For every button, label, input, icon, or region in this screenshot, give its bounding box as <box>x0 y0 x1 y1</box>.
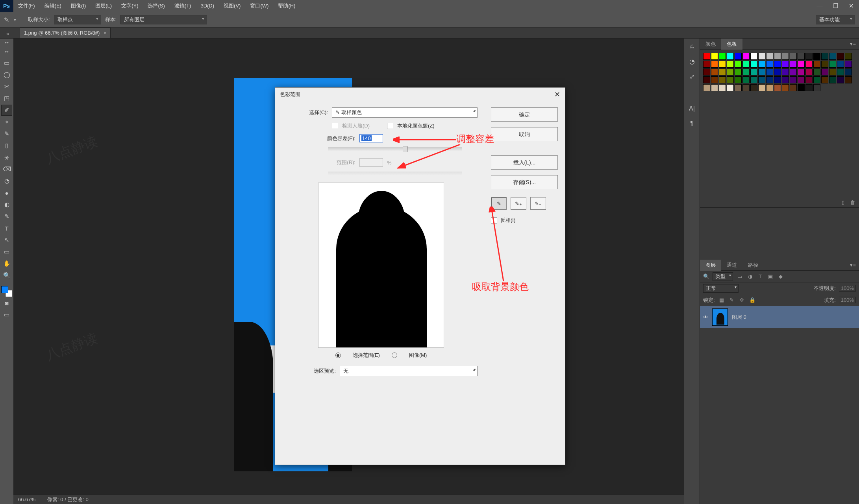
swatch[interactable] <box>813 61 820 68</box>
swatch[interactable] <box>719 76 726 83</box>
layer-visibility-icon[interactable]: 👁 <box>703 314 708 320</box>
menu-layer[interactable]: 图层(L) <box>91 0 117 12</box>
swatch[interactable] <box>711 68 718 76</box>
swatch[interactable] <box>766 68 773 76</box>
layer-thumbnail[interactable] <box>712 308 728 326</box>
swatch[interactable] <box>798 76 805 83</box>
dialog-close-button[interactable]: ✕ <box>554 90 560 99</box>
filter-smart-icon[interactable]: ◆ <box>777 273 784 279</box>
swatch[interactable] <box>742 76 750 83</box>
swatch[interactable] <box>805 84 813 91</box>
tab-layers[interactable]: 图层 <box>700 260 721 271</box>
swatch[interactable] <box>727 68 734 76</box>
swatch[interactable] <box>845 76 852 83</box>
menu-3d[interactable]: 3D(D) <box>196 0 219 12</box>
swatch[interactable] <box>750 53 757 60</box>
swatch[interactable] <box>798 53 805 60</box>
swatch[interactable] <box>742 84 750 91</box>
swatch[interactable] <box>782 53 789 60</box>
eyedropper-subtract-button[interactable]: ✎₋ <box>530 197 546 210</box>
swatch[interactable] <box>821 68 828 76</box>
dialog-title-bar[interactable]: 色彩范围 ✕ <box>275 88 565 101</box>
swatch[interactable] <box>735 61 742 68</box>
gradient-tool[interactable]: ◔ <box>1 175 12 186</box>
layers-kind-dropdown[interactable]: 类型 <box>713 272 733 281</box>
ok-button[interactable]: 确定 <box>491 107 558 122</box>
swatch[interactable] <box>782 76 789 83</box>
save-button[interactable]: 存储(S)... <box>491 175 558 189</box>
swatch[interactable] <box>719 68 726 76</box>
swatch[interactable] <box>774 61 781 68</box>
lock-transparency-icon[interactable]: ▦ <box>718 297 725 303</box>
filter-shape-icon[interactable]: ▣ <box>767 273 774 279</box>
swatch[interactable] <box>758 68 765 76</box>
menu-filter[interactable]: 滤镜(T) <box>170 0 196 12</box>
swatch[interactable] <box>790 68 797 76</box>
eyedropper-add-button[interactable]: ✎₊ <box>511 197 526 210</box>
brush-tool[interactable]: ✎ <box>1 128 12 139</box>
swatch[interactable] <box>758 84 765 91</box>
selection-preview[interactable] <box>318 183 444 348</box>
swatch[interactable] <box>821 76 828 83</box>
menu-window[interactable]: 窗口(W) <box>245 0 273 12</box>
eyedropper-sample-button[interactable]: ✎ <box>491 197 507 210</box>
swatch[interactable] <box>703 76 710 83</box>
new-doc-icon[interactable]: ▯ <box>842 199 844 205</box>
swatch[interactable] <box>837 61 844 68</box>
load-button[interactable]: 载入(L)... <box>491 155 558 170</box>
blend-mode-dropdown[interactable]: 正常 <box>703 284 739 293</box>
status-zoom[interactable]: 66.67% <box>18 497 35 502</box>
swatch[interactable] <box>813 68 820 76</box>
swatch[interactable] <box>813 76 820 83</box>
swatch[interactable] <box>790 61 797 68</box>
document-tab-close-icon[interactable]: × <box>104 30 106 36</box>
pen-tool[interactable]: ✎ <box>1 211 12 222</box>
swatch[interactable] <box>766 76 773 83</box>
swatches-grid[interactable] <box>700 50 859 94</box>
swatch[interactable] <box>711 84 718 91</box>
tab-channels[interactable]: 通道 <box>721 260 742 271</box>
swatch[interactable] <box>735 76 742 83</box>
swatch[interactable] <box>735 84 742 91</box>
foreground-color-swatch[interactable] <box>1 286 8 293</box>
swatch[interactable] <box>805 76 813 83</box>
path-select-tool[interactable]: ↖ <box>1 234 12 246</box>
tools-chevrons-icon[interactable]: ▸▸ <box>5 40 9 44</box>
swatch[interactable] <box>719 61 726 68</box>
swatch[interactable] <box>813 84 820 91</box>
select-dropdown[interactable]: ✎ 取样颜色 <box>332 107 478 118</box>
swatch[interactable] <box>703 61 710 68</box>
invert-checkbox[interactable] <box>491 217 497 223</box>
swatch[interactable] <box>711 61 718 68</box>
swatch[interactable] <box>821 61 828 68</box>
shape-tool[interactable]: ▭ <box>1 246 12 257</box>
sample-layer-dropdown[interactable]: 所有图层 <box>120 15 207 24</box>
swatch[interactable] <box>750 84 757 91</box>
lock-all-icon[interactable]: 🔒 <box>749 297 756 303</box>
fuzziness-slider[interactable] <box>328 147 462 151</box>
filter-pixel-icon[interactable]: ▭ <box>736 273 743 279</box>
swatch[interactable] <box>845 68 852 76</box>
swatch[interactable] <box>703 68 710 76</box>
fill-value[interactable]: 100% <box>839 297 856 303</box>
swatch[interactable] <box>790 84 797 91</box>
crop-tool[interactable]: ◳ <box>1 93 12 104</box>
healing-tool[interactable]: ⌖ <box>1 116 12 127</box>
swatch[interactable] <box>727 61 734 68</box>
swatch[interactable] <box>790 76 797 83</box>
swatch[interactable] <box>774 68 781 76</box>
swatch[interactable] <box>798 68 805 76</box>
swatch[interactable] <box>774 53 781 60</box>
lock-pixels-icon[interactable]: ✎ <box>728 297 735 303</box>
hand-tool[interactable]: ✋ <box>1 258 12 269</box>
swatch[interactable] <box>711 53 718 60</box>
swatch[interactable] <box>719 53 726 60</box>
swatch[interactable] <box>790 53 797 60</box>
opacity-value[interactable]: 100% <box>839 285 856 292</box>
swatch[interactable] <box>758 53 765 60</box>
zoom-tool[interactable]: 🔍 <box>1 270 12 281</box>
menu-type[interactable]: 文字(Y) <box>117 0 143 12</box>
swatch[interactable] <box>766 61 773 68</box>
screen-mode-tool[interactable]: ▭ <box>1 309 12 320</box>
swatch[interactable] <box>837 53 844 60</box>
